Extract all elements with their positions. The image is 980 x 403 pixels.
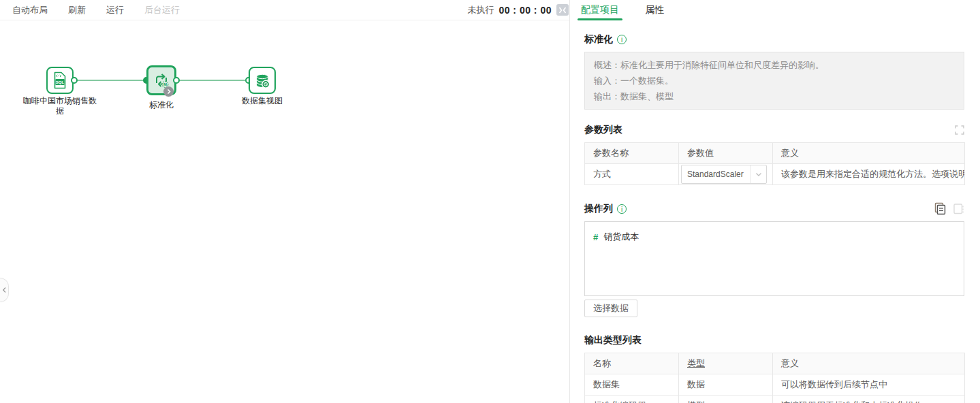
- column-header: 类型: [679, 353, 773, 374]
- node-section-header: 标准化: [584, 33, 964, 46]
- node-description-box: 概述：标准化主要用于消除特征间单位和尺度差异的影响。 输入：一个数据集。 输出：…: [584, 52, 964, 110]
- output-port[interactable]: [173, 77, 180, 84]
- info-icon[interactable]: [617, 35, 627, 44]
- sidebar-expand-handle[interactable]: [0, 278, 9, 302]
- run-status-area: 未执行 00 : 00 : 00: [467, 4, 569, 16]
- column-header: 意义: [773, 143, 965, 164]
- param-name-cell: 方式: [585, 164, 679, 185]
- svg-text:SQL: SQL: [56, 80, 65, 84]
- numeric-type-icon: #: [593, 232, 598, 242]
- panel-body: 标准化 概述：标准化主要用于消除特征间单位和尺度差异的影响。 输入：一个数据集。…: [570, 20, 980, 403]
- toolbar-actions: 自动布局 刷新 运行 后台运行: [0, 4, 180, 16]
- operation-title-text: 操作列: [584, 203, 613, 215]
- tab-properties[interactable]: 属性: [645, 0, 664, 20]
- node-label: 标准化: [141, 100, 182, 110]
- description-overview: 概述：标准化主要用于消除特征间单位和尺度差异的影响。: [594, 57, 955, 73]
- run-timer: 00 : 00 : 00: [499, 5, 552, 16]
- connection-wire: [178, 80, 245, 81]
- output-table-header-row: 名称 类型 意义: [585, 353, 965, 374]
- column-header: 参数名称: [585, 143, 679, 164]
- auto-layout-button[interactable]: 自动布局: [12, 4, 48, 16]
- dataset-view-icon: [254, 72, 271, 89]
- sql-file-icon: SQL: [52, 71, 67, 89]
- chevron-down-icon: [755, 172, 762, 177]
- node-dataset-view[interactable]: [249, 67, 276, 94]
- canvas-toolbar: 自动布局 刷新 运行 后台运行 未执行 00 : 00 : 00: [0, 0, 569, 20]
- info-icon[interactable]: [617, 204, 627, 214]
- dropdown-caret: [750, 165, 766, 183]
- operation-section-header: 操作列: [584, 202, 964, 215]
- node-expand-badge[interactable]: [163, 86, 174, 97]
- tab-config-items[interactable]: 配置项目: [581, 0, 619, 20]
- column-header: 意义: [773, 353, 965, 374]
- param-table-header-row: 参数名称 参数值 意义: [585, 143, 965, 164]
- column-header: 名称: [585, 353, 679, 374]
- connection-wire: [76, 80, 146, 81]
- column-header: 参数值: [679, 143, 773, 164]
- panel-tabs: 配置项目 属性: [570, 0, 980, 20]
- workflow-app: 自动布局 刷新 运行 后台运行 未执行 00 : 00 : 00: [0, 0, 980, 403]
- param-table: 参数名称 参数值 意义 方式 StandardScaler: [584, 142, 965, 185]
- config-panel: 配置项目 属性 标准化 概述：标准化主要用于消除特征间单位和尺度差异的影响。 输…: [569, 0, 980, 403]
- output-name-cell: 标准化编码器: [585, 396, 679, 403]
- copy-icon[interactable]: [934, 202, 947, 215]
- node-section-title: 标准化: [584, 33, 613, 46]
- node-label: 数据集视图: [235, 96, 289, 106]
- output-type-cell: 模型: [679, 396, 773, 403]
- type-header-label: 类型: [687, 358, 705, 368]
- select-data-button[interactable]: 选择数据: [584, 300, 637, 317]
- output-meaning-cell: 可以将数据传到后续节点中: [773, 374, 965, 396]
- output-section-title: 输出类型列表: [584, 334, 964, 346]
- param-section-header: 参数列表: [584, 124, 964, 136]
- column-name: 销货成本: [603, 231, 639, 243]
- operation-section-title: 操作列: [584, 203, 627, 215]
- collapse-chevrons-icon: [558, 6, 567, 14]
- background-run-button[interactable]: 后台运行: [144, 4, 180, 16]
- selected-option-label: StandardScaler: [682, 170, 750, 179]
- copy-paste-buttons: [934, 202, 964, 215]
- workflow-canvas[interactable]: SQL 咖啡中国市场销售数据 M 标准化: [0, 20, 569, 403]
- param-section-title: 参数列表: [584, 124, 622, 136]
- scaler-method-select[interactable]: StandardScaler: [681, 165, 767, 184]
- run-button[interactable]: 运行: [106, 4, 124, 16]
- node-coffee-sales-data[interactable]: SQL: [46, 67, 74, 94]
- output-name-cell: 数据集: [585, 374, 679, 396]
- output-table-row: 标准化编码器 模型 该编码器用于标准化和去标准化操作: [585, 396, 965, 403]
- output-type-table: 名称 类型 意义 数据集 数据 可以将数据传到后续节点中 标准化编码器 模型 该…: [584, 353, 965, 403]
- param-meaning-cell: 该参数是用来指定合适的规范化方法。选项说明...: [773, 164, 965, 185]
- node-label: 咖啡中国市场销售数据: [22, 96, 97, 116]
- chevron-right-icon: [166, 88, 172, 95]
- chevron-left-icon: [2, 287, 7, 293]
- refresh-button[interactable]: 刷新: [68, 4, 86, 16]
- param-value-cell: StandardScaler: [679, 164, 773, 185]
- description-input: 输入：一个数据集。: [594, 73, 955, 88]
- paste-icon[interactable]: [953, 202, 964, 215]
- operation-columns-box[interactable]: # 销货成本: [584, 221, 964, 296]
- output-type-cell: 数据: [679, 374, 773, 396]
- output-meaning-cell: 该编码器用于标准化和去标准化操作: [773, 396, 965, 403]
- collapse-panel-button[interactable]: [556, 4, 569, 16]
- expand-fullscreen-icon[interactable]: [955, 125, 964, 135]
- run-status-label: 未执行: [467, 4, 494, 16]
- output-port[interactable]: [71, 77, 78, 84]
- param-table-row: 方式 StandardScaler 该参数是用: [585, 164, 965, 185]
- output-table-row: 数据集 数据 可以将数据传到后续节点中: [585, 374, 965, 396]
- selected-column-item[interactable]: # 销货成本: [593, 231, 955, 243]
- description-output: 输出：数据集、模型: [594, 88, 955, 104]
